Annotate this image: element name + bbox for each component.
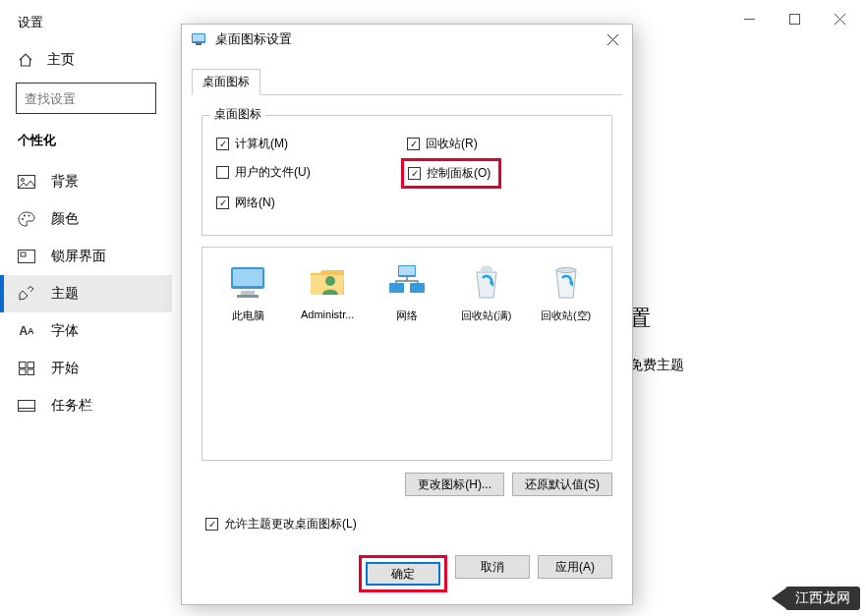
tab-desktop-icons[interactable]: 桌面图标 xyxy=(192,69,260,95)
checkbox-icon xyxy=(205,518,218,531)
highlight-ok: 确定 xyxy=(359,555,447,592)
checkbox-icon xyxy=(216,138,229,150)
checkbox-icon xyxy=(216,166,229,179)
svg-rect-25 xyxy=(237,295,259,298)
apply-button[interactable]: 应用(A) xyxy=(538,555,612,579)
checkbox-user-files[interactable]: 用户的文件(U) xyxy=(216,164,407,181)
checkbox-allow-themes[interactable]: 允许主题更改桌面图标(L) xyxy=(205,516,357,532)
svg-rect-1 xyxy=(789,14,799,24)
checkbox-network[interactable]: 网络(N) xyxy=(216,195,598,211)
icon-preview[interactable]: 此电脑 Administr... 网络 回收站(满) 回收站(空) xyxy=(202,247,612,461)
nav-taskbar[interactable]: 任务栏 xyxy=(0,387,172,424)
icon-label: Administr... xyxy=(294,308,362,320)
icon-recycle-full[interactable]: 回收站(满) xyxy=(452,261,520,323)
recycle-empty-icon xyxy=(546,261,587,303)
icon-this-pc[interactable]: 此电脑 xyxy=(214,261,282,323)
highlight-control-panel: 控制面板(O) xyxy=(401,158,501,189)
icon-recycle-empty[interactable]: 回收站(空) xyxy=(532,261,600,323)
dialog-buttons: 确定 取消 应用(A) xyxy=(359,555,612,592)
icon-label: 回收站(空) xyxy=(532,308,600,323)
home-link[interactable]: 主页 xyxy=(0,45,172,83)
svg-rect-15 xyxy=(19,401,35,412)
svg-rect-11 xyxy=(20,363,27,368)
svg-rect-29 xyxy=(389,283,404,293)
icon-administrator[interactable]: Administr... xyxy=(294,261,362,320)
checkbox-recycle-bin[interactable]: 回收站(R) xyxy=(407,136,598,152)
svg-point-5 xyxy=(22,179,25,182)
checkbox-computer[interactable]: 计算机(M) xyxy=(216,136,407,152)
computer-icon xyxy=(227,261,268,303)
svg-point-8 xyxy=(29,215,30,217)
svg-point-6 xyxy=(22,218,24,220)
content-peek: 置 免费主题 xyxy=(629,295,684,380)
dialog-close-button[interactable] xyxy=(599,28,626,50)
themes-icon xyxy=(18,286,35,302)
search-box[interactable] xyxy=(16,83,156,114)
svg-point-26 xyxy=(325,276,335,286)
tab-strip: 桌面图标 xyxy=(192,68,622,95)
icon-label: 回收站(满) xyxy=(452,308,520,323)
nav-background[interactable]: 背景 xyxy=(0,163,172,200)
checkbox-label: 网络(N) xyxy=(235,195,275,211)
checkbox-icon xyxy=(216,196,229,209)
icon-label: 网络 xyxy=(374,308,441,323)
picture-icon xyxy=(18,174,35,190)
user-folder-icon xyxy=(307,261,348,303)
icon-label: 此电脑 xyxy=(214,308,282,323)
checkbox-control-panel[interactable]: 控制面板(O) xyxy=(408,165,491,182)
dialog-icon xyxy=(192,31,207,47)
checkbox-label: 控制面板(O) xyxy=(427,165,491,182)
svg-rect-12 xyxy=(28,363,34,368)
checkbox-label: 用户的文件(U) xyxy=(235,164,311,181)
svg-rect-28 xyxy=(399,266,415,275)
svg-rect-23 xyxy=(233,269,262,286)
cancel-button[interactable]: 取消 xyxy=(455,555,530,579)
checkbox-label: 回收站(R) xyxy=(426,136,478,152)
nav-label: 背景 xyxy=(51,173,79,191)
nav-label: 字体 xyxy=(51,322,79,340)
dialog-titlebar: 桌面图标设置 xyxy=(182,25,632,54)
svg-rect-30 xyxy=(410,283,425,293)
svg-point-31 xyxy=(556,268,576,273)
home-label: 主页 xyxy=(47,51,75,69)
window-title: 设置 xyxy=(18,14,43,31)
sidebar: 主页 个性化 背景 颜色 锁屏界面 主题 AA字体 开始 任务栏 xyxy=(0,45,172,424)
ok-button[interactable]: 确定 xyxy=(366,562,440,586)
group-legend: 桌面图标 xyxy=(210,106,265,123)
nav-start[interactable]: 开始 xyxy=(0,350,172,387)
dialog-title: 桌面图标设置 xyxy=(215,30,292,48)
checkbox-icon xyxy=(408,167,421,180)
lockscreen-icon xyxy=(18,249,35,264)
desktop-icon-settings-dialog: 桌面图标设置 桌面图标 桌面图标 计算机(M) 回收站(R) 用户的文件(U) … xyxy=(181,24,633,605)
desktop-icons-group: 桌面图标 计算机(M) 回收站(R) 用户的文件(U) 控制面板(O) 网络(N… xyxy=(202,115,612,236)
close-button[interactable] xyxy=(817,4,862,33)
checkbox-label: 允许主题更改桌面图标(L) xyxy=(224,516,357,532)
change-icon-button[interactable]: 更改图标(H)... xyxy=(405,473,504,496)
start-icon xyxy=(18,361,35,376)
nav-colors[interactable]: 颜色 xyxy=(0,200,172,238)
nav-label: 任务栏 xyxy=(51,397,92,415)
nav-lockscreen[interactable]: 锁屏界面 xyxy=(0,238,172,275)
palette-icon xyxy=(18,211,35,227)
watermark: 江西龙网 xyxy=(785,587,860,610)
svg-rect-14 xyxy=(28,369,34,375)
search-input[interactable] xyxy=(17,84,155,113)
svg-rect-19 xyxy=(196,43,202,45)
minimize-button[interactable] xyxy=(726,4,772,33)
content-line-tail: 免费主题 xyxy=(629,357,684,372)
svg-point-7 xyxy=(24,215,26,217)
checkbox-icon xyxy=(407,138,420,150)
taskbar-icon xyxy=(18,398,35,414)
home-icon xyxy=(18,52,33,68)
fonts-icon: AA xyxy=(18,323,35,339)
restore-default-button[interactable]: 还原默认值(S) xyxy=(512,473,612,496)
svg-rect-13 xyxy=(20,369,27,375)
nav-themes[interactable]: 主题 xyxy=(0,275,172,312)
icon-network[interactable]: 网络 xyxy=(374,261,441,323)
window-controls xyxy=(726,4,862,33)
nav-fonts[interactable]: AA字体 xyxy=(0,312,172,350)
maximize-button[interactable] xyxy=(772,4,817,33)
icon-edit-buttons: 更改图标(H)... 还原默认值(S) xyxy=(405,473,612,496)
checkbox-label: 计算机(M) xyxy=(235,136,288,152)
svg-rect-18 xyxy=(193,34,204,41)
